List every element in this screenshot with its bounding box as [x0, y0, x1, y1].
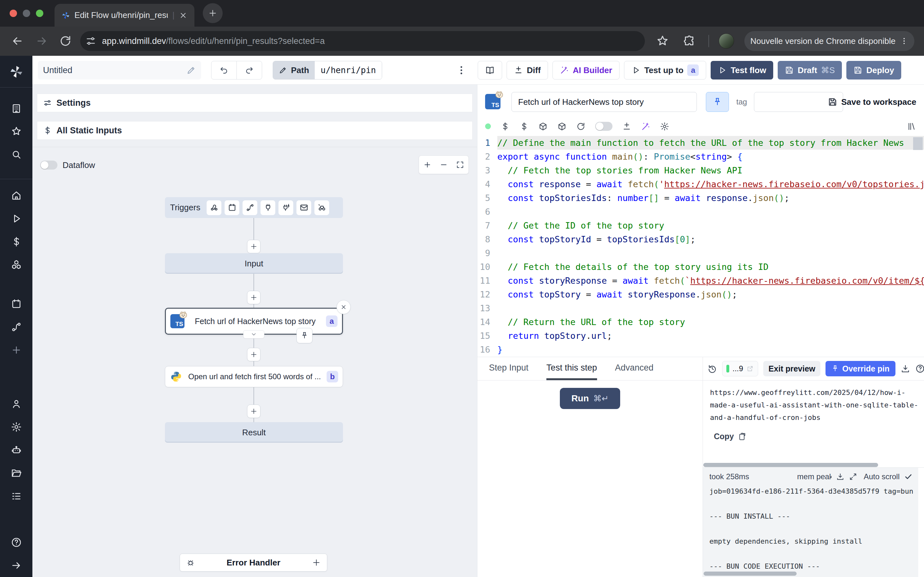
sidebar-item-building[interactable]	[9, 101, 24, 116]
add-step-button[interactable]	[247, 291, 260, 304]
sidebar-item-calendar[interactable]	[9, 296, 24, 311]
log-vertical-scrollbar-track[interactable]	[918, 468, 924, 577]
download-result-icon[interactable]	[901, 364, 910, 374]
package-icon[interactable]	[538, 122, 548, 131]
exit-preview-button[interactable]: Exit preview	[763, 361, 821, 376]
all-static-inputs-bar[interactable]: All Static Inputs	[37, 121, 473, 140]
sidebar-item-play[interactable]	[9, 211, 24, 226]
sidebar-item-user[interactable]	[9, 396, 24, 412]
add-cross-icon[interactable]	[312, 558, 320, 567]
sidebar-item-gear[interactable]	[9, 419, 24, 435]
dollar-icon[interactable]	[519, 122, 529, 131]
editor-scrollbar-thumb[interactable]	[913, 137, 923, 150]
tab-close-icon[interactable]	[179, 11, 187, 19]
trigger-schedule-button[interactable]	[225, 200, 239, 215]
sidebar-item-help[interactable]	[9, 535, 24, 550]
download-logs-icon[interactable]	[836, 472, 845, 481]
assistant-toggle[interactable]	[595, 122, 612, 131]
fit-view-icon[interactable]	[456, 161, 464, 169]
code-line-1[interactable]: 1// Define the main function to fetch th…	[477, 136, 924, 150]
delete-step-button[interactable]	[336, 300, 351, 314]
flow-name-box[interactable]: Untitled	[38, 61, 201, 79]
redo-button[interactable]	[236, 61, 262, 79]
library-icon[interactable]	[907, 122, 916, 131]
test-up-to-button[interactable]: Test up to a	[624, 61, 706, 79]
tab-advanced[interactable]: Advanced	[615, 357, 654, 380]
sidebar-item-star[interactable]	[9, 124, 24, 139]
sidebar-item-home[interactable]	[9, 188, 24, 203]
tab-step-input[interactable]: Step Input	[489, 357, 528, 380]
pinned-step-badge[interactable]	[296, 328, 312, 343]
code-line-2[interactable]: 2export async function main(): Promise<s…	[477, 150, 924, 163]
new-tab-button[interactable]	[203, 3, 223, 23]
help-circle-icon[interactable]	[915, 364, 924, 374]
diff-button[interactable]: Diff	[507, 61, 548, 79]
path-control[interactable]: Path u/henri/pin	[273, 61, 382, 79]
code-line-4[interactable]: 4 const response = await fetch('https://…	[477, 177, 924, 191]
code-line-6[interactable]: 6	[477, 205, 924, 219]
add-step-button[interactable]	[247, 240, 260, 253]
zoom-in-icon[interactable]	[423, 161, 431, 169]
code-line-8[interactable]: 8 const topStoryId = topStoriesIds[0];	[477, 232, 924, 246]
refresh-icon[interactable]	[576, 122, 586, 131]
traffic-close-button[interactable]	[10, 10, 17, 17]
sidebar-item-plus[interactable]	[9, 342, 24, 358]
test-flow-button[interactable]: Test flow	[711, 61, 773, 79]
code-line-5[interactable]: 5 const topStoriesIds: number[] = await …	[477, 191, 924, 205]
zoom-out-icon[interactable]	[439, 161, 448, 169]
more-options-kebab-icon[interactable]	[456, 65, 467, 76]
sidebar-item-robot[interactable]	[9, 442, 24, 458]
chrome-update-chip[interactable]: Nouvelle version de Chrome disponible	[744, 31, 914, 51]
add-step-button[interactable]	[247, 405, 260, 418]
trigger-route-button[interactable]	[242, 200, 257, 215]
copy-button[interactable]: Copy	[714, 432, 746, 441]
pin-toggle-button[interactable]	[706, 92, 729, 112]
sidebar-item-arrow-right[interactable]	[9, 558, 24, 573]
log-horizontal-scrollbar[interactable]	[704, 572, 796, 576]
trigger-poll-button[interactable]	[314, 200, 329, 215]
wand-icon[interactable]	[641, 122, 650, 131]
save-to-workspace-button[interactable]: Save to workspace	[828, 91, 916, 113]
trigger-plug-button[interactable]	[260, 200, 275, 215]
code-line-13[interactable]: 13	[477, 301, 924, 315]
bookmark-star-icon[interactable]	[656, 35, 669, 47]
result-horizontal-scrollbar[interactable]	[703, 463, 878, 467]
code-line-16[interactable]: 16}	[477, 343, 924, 356]
profile-avatar[interactable]	[719, 33, 734, 49]
external-link-icon[interactable]	[746, 365, 754, 372]
auto-scroll-checkbox[interactable]	[904, 472, 913, 481]
step-name-input[interactable]: Fetch url of HackerNews top story	[511, 92, 697, 112]
tab-test-this-step[interactable]: Test this step	[546, 357, 597, 380]
input-node[interactable]: Input	[165, 253, 343, 274]
triggers-node[interactable]: Triggers	[165, 197, 343, 218]
result-node[interactable]: Result	[165, 422, 343, 443]
sidebar-item-windmill-logo[interactable]	[9, 64, 24, 79]
plus-minus-icon[interactable]	[622, 122, 632, 131]
code-line-3[interactable]: 3 // Fetch the top stories from Hacker N…	[477, 163, 924, 177]
code-editor[interactable]: 1// Define the main function to fetch th…	[477, 136, 924, 357]
sidebar-item-cubes[interactable]	[9, 257, 24, 272]
error-handler-node[interactable]: Error Handler	[180, 554, 327, 572]
docs-button[interactable]	[478, 61, 502, 79]
gear-icon[interactable]	[660, 122, 669, 131]
back-icon[interactable]	[11, 35, 24, 47]
expand-logs-icon[interactable]	[849, 472, 857, 481]
reload-icon[interactable]	[59, 35, 72, 47]
deploy-button[interactable]: Deploy	[846, 61, 901, 79]
traffic-minimize-button[interactable]	[23, 10, 30, 17]
ai-builder-button[interactable]: AI Builder	[552, 61, 620, 79]
code-line-15[interactable]: 15 return topStory.url;	[477, 329, 924, 343]
code-line-9[interactable]: 9	[477, 246, 924, 260]
code-line-14[interactable]: 14 // Return the URL of the top story	[477, 315, 924, 329]
sidebar-item-dollar[interactable]	[9, 234, 24, 250]
site-settings-icon[interactable]	[86, 35, 96, 47]
code-line-10[interactable]: 10 // Fetch the details of the top story…	[477, 260, 924, 274]
test-up-to-badge[interactable]: a	[687, 64, 699, 76]
browser-menu-kebab-icon[interactable]	[900, 37, 908, 45]
add-step-button[interactable]	[247, 348, 260, 361]
sidebar-item-route[interactable]	[9, 319, 24, 335]
job-pill[interactable]: ...9	[722, 361, 758, 376]
sidebar-item-list[interactable]	[9, 488, 24, 504]
dollar-icon[interactable]	[501, 122, 510, 131]
step-node-b[interactable]: Open url and fetch first 500 words of ..…	[165, 366, 343, 387]
